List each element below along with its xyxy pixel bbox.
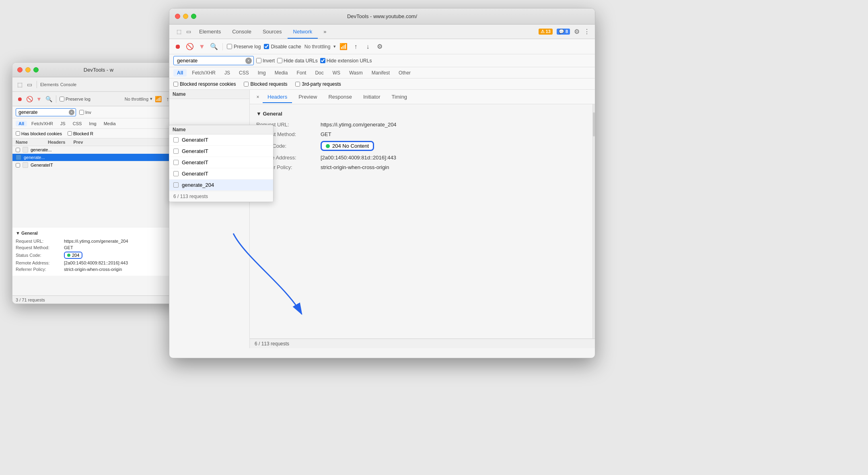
front-filter-icon[interactable]: ▼	[197, 42, 206, 51]
front-close-button[interactable]	[175, 14, 180, 19]
back-requests-count: 3 / 71 requests	[16, 297, 45, 302]
tab-sources[interactable]: Sources	[257, 25, 288, 39]
front-search-clear-icon[interactable]: ×	[245, 58, 252, 64]
front-preserve-log-checkbox[interactable]	[227, 44, 232, 49]
back-row1-name: generate...	[31, 147, 52, 152]
back-cursor-icon[interactable]: ⬚	[16, 81, 24, 89]
back-console-tab[interactable]: Console	[60, 82, 76, 87]
back-filter-img[interactable]: Img	[86, 121, 99, 126]
rp-close-icon[interactable]: ×	[255, 94, 261, 100]
back-search-icon[interactable]: 🔍	[45, 95, 53, 103]
rp-scrollbar-thumb	[593, 112, 595, 136]
front-type-other[interactable]: Other	[395, 69, 414, 76]
front-minimize-button[interactable]	[183, 14, 188, 19]
rp-tab-timing[interactable]: Timing	[387, 91, 412, 103]
front-disable-cache-checkbox[interactable]	[264, 44, 269, 49]
front-search-input[interactable]	[173, 56, 254, 65]
front-type-wasm[interactable]: Wasm	[346, 69, 366, 76]
back-inspect-icon[interactable]: ▭	[25, 81, 33, 89]
settings-icon[interactable]: ⚙	[574, 28, 580, 35]
list-item[interactable]: GenerateIT	[169, 134, 273, 146]
dd-row3-checkbox[interactable]	[173, 160, 179, 165]
list-item[interactable]: GenerateIT	[169, 146, 273, 157]
back-filter-js[interactable]: JS	[58, 121, 68, 126]
back-preserve-log-checkbox[interactable]	[60, 97, 64, 101]
front-stop-icon[interactable]: ⏺	[173, 42, 182, 51]
rp-row-ref: Referrer Policy: strict-origin-when-cros…	[256, 163, 586, 172]
back-row2-icon	[16, 155, 21, 160]
tab-elements[interactable]: Elements	[193, 25, 226, 39]
front-type-doc[interactable]: Doc	[311, 69, 327, 76]
front-clear-icon[interactable]: 🚫	[185, 42, 194, 51]
back-no-throttling[interactable]: No throttling	[125, 97, 148, 101]
front-blocked-requests-checkbox[interactable]	[244, 82, 249, 87]
tab-console[interactable]: Console	[226, 25, 257, 39]
front-upload-icon[interactable]: ↑	[351, 42, 360, 51]
tab-more[interactable]: »	[318, 25, 332, 39]
rp-tab-initiator[interactable]: Initiator	[358, 91, 385, 103]
back-filter-css[interactable]: CSS	[70, 121, 85, 126]
rp-tab-headers[interactable]: Headers	[263, 91, 292, 103]
front-search-icon[interactable]: 🔍	[210, 42, 218, 51]
back-wifi-icon: 📶	[154, 95, 162, 103]
tab-network[interactable]: Network	[288, 25, 318, 39]
list-item[interactable]: GenerateIT	[169, 157, 273, 168]
back-maximize-button[interactable]	[33, 67, 39, 72]
back-minimize-button[interactable]	[25, 67, 31, 72]
table-row[interactable]: generate...	[12, 146, 185, 154]
front-maximize-button[interactable]	[191, 14, 196, 19]
back-elements-tab[interactable]: Elements	[40, 82, 59, 87]
dd-row1-checkbox[interactable]	[173, 137, 179, 142]
back-close-button[interactable]	[17, 67, 23, 72]
rp-scrollbar[interactable]	[592, 104, 595, 339]
dd-row2-checkbox[interactable]	[173, 149, 179, 154]
front-download-icon[interactable]: ↓	[363, 42, 372, 51]
front-type-img[interactable]: Img	[254, 69, 269, 76]
rp-tab-response[interactable]: Response	[323, 91, 357, 103]
front-no-throttling[interactable]: No throttling	[304, 44, 331, 50]
rp-tab-preview[interactable]: Preview	[294, 91, 322, 103]
list-item[interactable]: GenerateIT	[169, 168, 273, 180]
front-type-font[interactable]: Font	[293, 69, 310, 76]
back-filter-media[interactable]: Media	[101, 121, 119, 126]
dd-row4-checkbox[interactable]	[173, 171, 179, 176]
dd-row5-checkbox[interactable]	[173, 182, 179, 188]
front-type-ws[interactable]: WS	[329, 69, 344, 76]
tab-inspect[interactable]: ▭	[184, 25, 193, 39]
front-type-css[interactable]: CSS	[235, 69, 253, 76]
front-type-js[interactable]: JS	[221, 69, 234, 76]
back-search-input[interactable]	[16, 108, 76, 116]
front-blocked-cookies-checkbox[interactable]	[173, 82, 178, 87]
front-type-media[interactable]: Media	[271, 69, 292, 76]
back-row2-name: generate...	[24, 155, 45, 160]
front-type-fetch[interactable]: Fetch/XHR	[188, 69, 219, 76]
front-hide-data-urls-checkbox[interactable]	[277, 58, 282, 63]
back-blocked-cookies-checkbox[interactable]	[16, 131, 20, 136]
back-row3-checkbox[interactable]	[16, 163, 20, 167]
back-row1-checkbox[interactable]	[16, 148, 20, 152]
back-clear-icon[interactable]: 🚫	[25, 95, 33, 103]
front-invert-checkbox[interactable]	[256, 58, 261, 63]
list-item[interactable]: generate_204	[169, 180, 273, 191]
back-filter-all[interactable]: All	[16, 121, 27, 126]
more-options-icon[interactable]: ⋮	[584, 28, 590, 35]
front-hide-ext-urls-checkbox[interactable]	[320, 58, 325, 63]
back-invert-checkbox[interactable]	[79, 110, 84, 115]
tab-cursor[interactable]: ⬚	[174, 25, 184, 39]
back-search-clear-icon[interactable]: ×	[69, 109, 74, 115]
front-settings-icon[interactable]: ⚙	[375, 42, 384, 51]
table-row[interactable]: GenerateIT	[12, 161, 185, 169]
front-third-party-checkbox[interactable]	[295, 82, 300, 87]
back-filter-fetch[interactable]: Fetch/XHR	[29, 121, 56, 126]
back-blocked-requests-checkbox[interactable]	[68, 131, 72, 136]
back-stop-record-icon[interactable]: ⏺	[16, 95, 24, 103]
front-throttling-arrow[interactable]: ▾	[333, 44, 336, 49]
front-type-all[interactable]: All	[173, 69, 187, 76]
table-row[interactable]: generate...	[12, 154, 185, 161]
back-traffic-lights	[17, 67, 39, 72]
back-check-bar: Has blocked cookies Blocked R	[12, 129, 185, 138]
back-filter-icon[interactable]: ▼	[35, 95, 43, 103]
front-type-manifest[interactable]: Manifest	[368, 69, 393, 76]
back-row3-name: GenerateIT	[31, 163, 53, 167]
front-blocked-requests-label: Blocked requests	[244, 81, 287, 87]
